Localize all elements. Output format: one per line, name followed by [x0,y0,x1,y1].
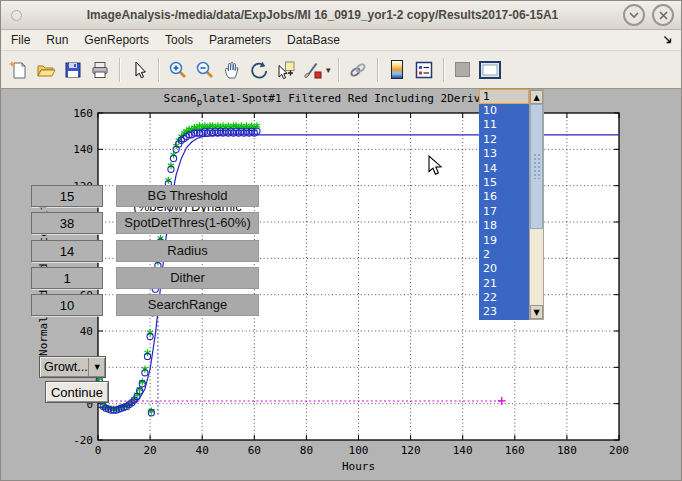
zoom-out-icon[interactable] [193,58,217,82]
dither-label: Dither [116,267,259,289]
menu-database[interactable]: DataBase [287,33,340,47]
spot-det-thres-label: SpotDetThres(1-60%) [116,212,259,234]
continue-button[interactable]: Continue [45,381,109,403]
menu-run[interactable]: Run [46,33,68,47]
insert-legend-icon[interactable] [412,58,436,82]
window-menu-icon[interactable] [11,10,22,21]
x-tick-label: 60 [248,444,261,457]
titlebar: ImageAnalysis-/media/data/ExpJobs/MI 16_… [1,1,681,30]
close-icon [659,11,668,20]
list-item[interactable]: 17 [479,205,529,219]
insert-colorbar-icon[interactable] [385,58,409,82]
y-tick-label: 160 [73,107,93,120]
close-button[interactable] [652,4,674,26]
radius-field[interactable] [31,240,103,262]
y-tick-label: 40 [80,325,93,338]
list-item[interactable]: 11 [479,118,529,132]
x-tick-label: 160 [505,444,525,457]
x-tick-label: 140 [453,444,473,457]
list-item[interactable]: 16 [479,190,529,204]
new-document-icon[interactable] [7,58,31,82]
x-axis-label: Hours [342,460,375,473]
x-tick-label: 40 [196,444,209,457]
growth-mode-dropdown[interactable]: Growt... ▼ [39,356,106,378]
figure-canvas: 020406080100120140160180200-200204060801… [1,89,682,481]
y-tick-label: 140 [73,143,93,156]
list-item[interactable]: 15 [479,176,529,190]
brush-dropdown-caret-icon[interactable]: ▾ [326,65,331,75]
listbox-scrollbar[interactable]: ▲ ▼ [529,89,544,320]
dropdown-arrow-icon: ▼ [88,358,102,376]
zoom-in-icon[interactable] [166,58,190,82]
dither-field[interactable] [31,267,103,289]
pan-hand-icon[interactable] [220,58,244,82]
x-tick-label: 120 [401,444,421,457]
bg-threshold-field[interactable] [31,185,103,207]
scroll-up-icon[interactable]: ▲ [530,90,543,104]
print-icon[interactable] [88,58,112,82]
plot-tools-on-icon[interactable] [478,58,502,82]
x-tick-label: 0 [95,444,102,457]
x-tick-label: 20 [143,444,156,457]
data-cursor-icon[interactable] [274,58,298,82]
y-tick-label: -20 [73,434,93,447]
list-item[interactable]: 22 [479,291,529,305]
x-tick-label: 100 [349,444,369,457]
x-tick-label: 200 [609,444,629,457]
list-item[interactable]: 2 [479,248,529,262]
radius-label: Radius [116,240,259,262]
menubar-overflow-arrow-icon[interactable] [663,35,673,45]
chevron-down-icon [629,12,639,19]
list-item[interactable]: 10 [479,104,529,118]
brush-icon[interactable] [301,58,325,82]
menu-file[interactable]: File [11,33,30,47]
listbox-current-value[interactable]: 1 [479,89,529,104]
bg-threshold-label: BG Threshold [116,185,259,207]
save-icon[interactable] [61,58,85,82]
list-item[interactable]: 23 [479,305,529,319]
scroll-down-icon[interactable]: ▼ [530,305,543,319]
toolbar-separator [158,58,159,82]
list-item[interactable]: 14 [479,162,529,176]
growth-chart: 020406080100120140160180200-200204060801… [1,89,682,481]
link-plots-icon[interactable] [346,58,370,82]
spot-number-listbox: 1 10 11 12 13 14 15 16 17 18 19 2 20 21 … [479,89,544,320]
app-window: ImageAnalysis-/media/data/ExpJobs/MI 16_… [0,0,682,481]
open-folder-icon[interactable] [34,58,58,82]
x-tick-label: 80 [300,444,313,457]
mouse-cursor-icon [428,155,443,176]
window-title: ImageAnalysis-/media/data/ExpJobs/MI 16_… [22,8,623,22]
rotate-3d-icon[interactable] [247,58,271,82]
plot-tools-off-icon[interactable] [451,58,475,82]
list-item[interactable]: 19 [479,234,529,248]
toolbar-separator [377,58,378,82]
search-range-field[interactable] [31,294,103,316]
spot-det-thres-field[interactable] [31,212,103,234]
list-item[interactable]: 21 [479,277,529,291]
list-item[interactable]: 18 [479,219,529,233]
toolbar-separator [338,58,339,82]
toolbar: ▾ [1,51,681,89]
x-tick-label: 180 [557,444,577,457]
list-item[interactable]: 12 [479,133,529,147]
menu-parameters[interactable]: Parameters [209,33,271,47]
menu-tools[interactable]: Tools [165,33,193,47]
toolbar-separator [443,58,444,82]
scrollbar-thumb[interactable] [530,104,543,229]
menubar: File Run GenReports Tools Parameters Dat… [1,30,681,51]
menu-genreports[interactable]: GenReports [84,33,149,47]
toolbar-separator [119,58,120,82]
search-range-label: SearchRange [116,294,259,316]
pointer-icon[interactable] [127,58,151,82]
shade-button[interactable] [623,4,645,26]
list-item[interactable]: 13 [479,147,529,161]
list-item[interactable]: 20 [479,262,529,276]
listbox-items: 10 11 12 13 14 15 16 17 18 19 2 20 21 22… [479,104,529,320]
